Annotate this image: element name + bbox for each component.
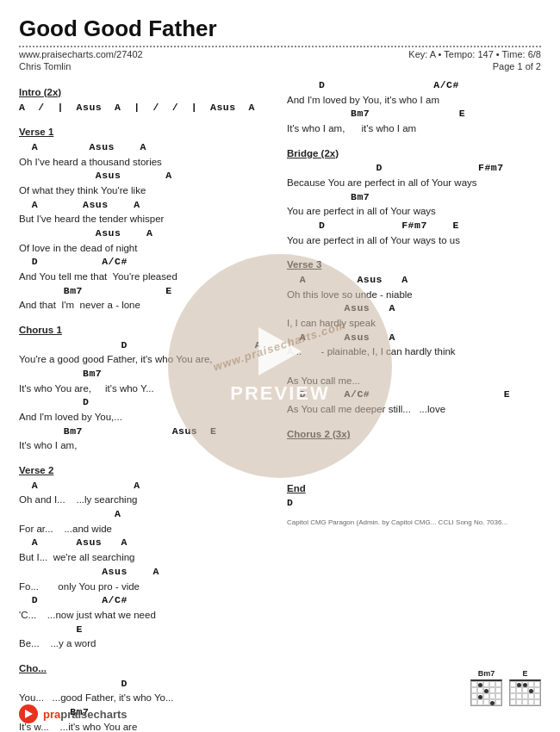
chord-line: D A/C#	[287, 78, 541, 93]
lyric-line: It's who I am, it's who I am	[287, 121, 541, 136]
song-artist: Chris Tomlin	[19, 61, 71, 71]
lyric-line: You... ...good Father, it's who Yo...	[19, 691, 273, 705]
lyric-line: Of what they think You're like	[19, 183, 273, 198]
page: Good Good Father www.praisecharts.com/27…	[0, 0, 560, 732]
lyric-line: And I'm loved by You,...	[19, 410, 273, 425]
chord-line: Bm7 E	[287, 107, 541, 121]
lyric-line: For ar... ...and wide	[19, 522, 273, 537]
lyric-line: I, I can hardly speak	[287, 316, 541, 331]
song-title: Good Good Father	[19, 16, 541, 42]
lyric-line: You're a good good Father, it's who You …	[19, 352, 273, 367]
page-number: Page 1 of 2	[493, 61, 541, 71]
lyric-line: 'C... ...now just what we need	[19, 608, 273, 623]
lyric-line: Oh this love so unde - niable	[287, 288, 541, 302]
section: D A/C#And I'm loved by You, it's who I a…	[287, 78, 541, 140]
lyric-line	[287, 456, 541, 471]
right-column: D A/C#And I'm loved by You, it's who I a…	[287, 78, 541, 732]
section: Intro (2x)A / | Asus A | / / | Asus A	[19, 85, 273, 118]
section-label: Bridge (2x)	[287, 146, 541, 161]
section: EndD	[287, 481, 541, 514]
brand-name: prapraisecharts	[43, 708, 128, 721]
chord-line: A Asus A	[287, 331, 541, 345]
chord-line: Bm7	[287, 190, 541, 205]
meta-row-2: Chris Tomlin Page 1 of 2	[19, 61, 541, 71]
lyric-line: Oh and I... ...ly searching	[19, 493, 273, 507]
footer: prapraisecharts	[19, 704, 128, 723]
lyric-line: Because You are perfect in all of Your w…	[287, 176, 541, 190]
lyric-line: Of love in the dead of night	[19, 241, 273, 256]
meta-row: www.praisecharts.com/27402 Key: A • Temp…	[19, 49, 541, 59]
chord-line: Asus A	[19, 565, 273, 580]
chord-line: D A/C#	[19, 593, 273, 608]
song-url: www.praisecharts.com/27402	[19, 49, 143, 59]
section-label: Chorus 1	[19, 323, 273, 338]
chord-line: A Asus A	[19, 198, 273, 213]
chord-line: Bm7 E	[19, 284, 273, 299]
copyright-text: Capitol CMG Paragon (Admin. by Capitol C…	[287, 518, 541, 528]
section-label: Chorus 2 (3x)	[287, 427, 541, 442]
section-label: End	[287, 481, 541, 496]
lyric-line: As You call me deeper still... ...love	[287, 402, 541, 417]
chord-line: Asus A	[287, 301, 541, 316]
lyric-line: And that I'm never a - lone	[19, 298, 273, 313]
lyric-line: You are perfect in all of Your ways to u…	[287, 233, 541, 248]
lyric-line: Fo... only You pro - vide	[19, 580, 273, 594]
section-label: Verse 3	[287, 257, 541, 272]
chord-line: D F#m7	[287, 161, 541, 176]
section-label: Cho...	[19, 661, 273, 676]
chord-line: A / | Asus A | / / | Asus A	[19, 101, 273, 115]
chord-line: D	[287, 496, 541, 511]
play-icon	[25, 710, 33, 718]
lyric-line: As You call me...	[287, 374, 541, 388]
lyric-line: But I've heard the tender whisper	[19, 212, 273, 226]
chord-line	[287, 442, 541, 456]
chord-diagrams: Bm7	[470, 669, 541, 706]
chord-line: Asus A	[19, 226, 273, 241]
chord-line: Asus A	[19, 169, 273, 183]
chord-line: D	[19, 677, 273, 692]
chord-bm7: Bm7	[470, 669, 502, 706]
chord-line: D	[19, 395, 273, 410]
section-label: Verse 2	[19, 463, 273, 478]
section-label: Intro (2x)	[19, 85, 273, 100]
lyric-line: Oh I've heard a thousand stories	[19, 155, 273, 170]
section: Verse 2 A AOh and I... ...ly searching A…	[19, 463, 273, 654]
logo-circle[interactable]	[19, 704, 38, 723]
chord-grid-bm7	[470, 679, 502, 706]
section: Verse 3 A Asus AOh this love so unde - n…	[287, 257, 541, 419]
section-label: Verse 1	[19, 125, 273, 140]
lyric-line: It's who You are, it's who Y...	[19, 382, 273, 396]
chord-line: Bm7 Asus E	[19, 425, 273, 439]
chord-line: D F#m7 E	[287, 219, 541, 233]
chord-line: E	[19, 623, 273, 637]
section: Chorus 2 (3x)	[287, 427, 541, 475]
section: Chorus 1 D AYou're a good good Father, i…	[19, 323, 273, 456]
chord-e: E	[509, 669, 541, 706]
left-column: Intro (2x)A / | Asus A | / / | Asus AVer…	[19, 78, 273, 732]
lyric-line: And You tell me that You're pleased	[19, 270, 273, 284]
divider	[19, 46, 541, 47]
chord-line: D A/C#	[19, 255, 273, 270]
chord-line: A Asus A	[19, 536, 273, 550]
section: Bridge (2x) D F#m7Because You are perfec…	[287, 146, 541, 251]
lyric-line: And I'm loved by You, it's who I am	[287, 93, 541, 108]
chord-line: A Asus A	[287, 273, 541, 288]
song-key-tempo: Key: A • Tempo: 147 • Time: 6/8	[408, 49, 541, 59]
chord-line: A A	[19, 479, 273, 493]
content-area: Intro (2x)A / | Asus A | / / | Asus AVer…	[19, 78, 541, 732]
lyric-line: A... - plainable, I, I can hardly think	[287, 344, 541, 359]
chord-grid-e	[509, 679, 541, 706]
chord-line	[287, 359, 541, 374]
chord-line: D A	[19, 338, 273, 353]
chord-line: A	[19, 507, 273, 522]
chord-line: D A/C# E	[287, 388, 541, 402]
section: Verse 1 A Asus AOh I've heard a thousand…	[19, 125, 273, 316]
lyric-line: But I... we're all searching	[19, 550, 273, 565]
lyric-line: Be... ...y a word	[19, 636, 273, 651]
lyric-line: It's who I am,	[19, 438, 273, 453]
lyric-line: You are perfect in all of Your ways	[287, 204, 541, 219]
chord-line: Bm7	[19, 367, 273, 382]
chord-line: A Asus A	[19, 140, 273, 155]
